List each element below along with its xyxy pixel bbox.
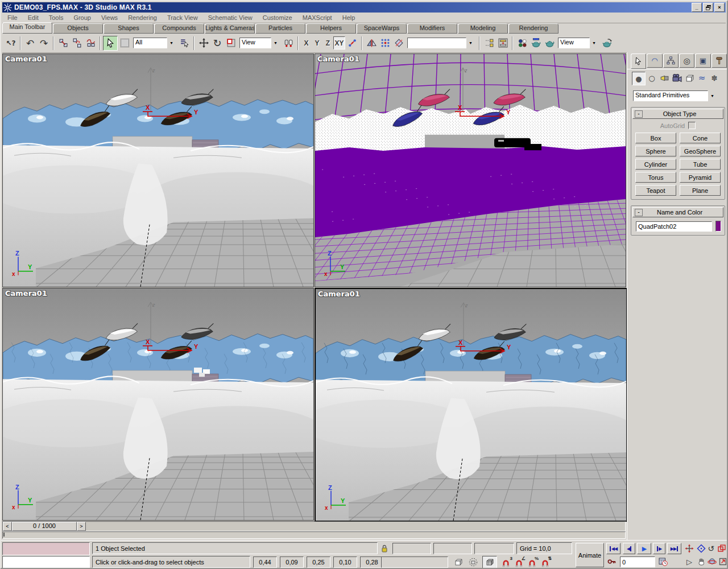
create-geometry-button[interactable]: ● [632, 72, 646, 85]
time-slider-next-button[interactable]: > [77, 522, 86, 531]
render-scene-button[interactable] [529, 36, 543, 50]
current-frame-field[interactable] [620, 556, 655, 567]
object-type-teapot[interactable]: Teapot [635, 185, 676, 196]
go-to-end-button[interactable]: ▶▶ [667, 543, 681, 554]
name-color-rollout-header[interactable]: - Name and Color [632, 207, 723, 217]
array-button[interactable] [378, 36, 392, 50]
ik-toggle-button[interactable] [345, 36, 359, 50]
quick-render-button[interactable] [543, 36, 556, 50]
collapse-icon[interactable]: - [635, 110, 643, 118]
mirror-button[interactable] [365, 36, 378, 50]
track-view-button[interactable] [482, 36, 496, 50]
tab-helpers[interactable]: Helpers [306, 23, 356, 34]
coordinate-field-4[interactable]: 0,28 [360, 556, 384, 568]
menu-item-schematic-view[interactable]: Schematic View [203, 13, 258, 22]
field-of-view-arc-button[interactable]: ↺ [705, 543, 717, 554]
tab-modifiers[interactable]: Modifiers [407, 23, 457, 34]
select-and-link-button[interactable] [56, 36, 70, 50]
menu-item-views[interactable]: Views [96, 13, 123, 22]
select-object-button[interactable] [103, 36, 118, 51]
object-type-sphere[interactable]: Sphere [635, 146, 676, 156]
minimize-button[interactable]: _ [692, 3, 702, 12]
restrict-y-button[interactable]: Y [312, 37, 322, 49]
help-mode-button[interactable]: ↖? [4, 36, 18, 50]
coordinate-field-1[interactable]: 0,09 [280, 556, 304, 568]
collapse-icon[interactable]: - [635, 209, 643, 216]
object-type-box[interactable]: Box [635, 133, 676, 143]
next-frame-button[interactable]: ▶ [653, 543, 665, 554]
create-cameras-button[interactable] [671, 72, 683, 84]
track-bar[interactable] [2, 531, 626, 539]
schematic-view-button[interactable] [496, 36, 510, 50]
viewport-label[interactable]: Camera01 [317, 55, 359, 63]
viewport-label[interactable]: Camera01 [318, 290, 360, 298]
menu-item-tools[interactable]: Tools [44, 13, 69, 22]
degradation-override-button[interactable] [453, 556, 464, 568]
category-dropdown[interactable]: Standard Primitives ▼ [633, 90, 724, 101]
tab-particles[interactable]: Particles [255, 23, 305, 34]
use-pivot-center-button[interactable] [282, 36, 295, 50]
selection-filter-dropdown[interactable]: All ▼ [133, 38, 176, 49]
restore-button[interactable] [703, 3, 713, 12]
tab-shapes[interactable]: Shapes [104, 23, 154, 34]
create-spacewarps-button[interactable]: ≈ [696, 72, 708, 84]
viewport-top-right[interactable]: zXYZYx Camera01 [315, 53, 626, 287]
select-and-move-button[interactable] [197, 36, 210, 50]
unlink-selection-button[interactable] [70, 36, 84, 50]
object-type-rollout-header[interactable]: - Object Type [632, 109, 723, 119]
chevron-down-icon[interactable]: ▼ [590, 38, 598, 48]
tab-main-toolbar[interactable]: Main Toolbar [2, 22, 52, 34]
time-slider-track[interactable]: < 0 / 1000 > [2, 521, 626, 531]
bind-to-spacewarp-button[interactable] [84, 36, 97, 50]
tab-modeling[interactable]: Modeling [458, 23, 508, 34]
menu-item-customize[interactable]: Customize [258, 13, 297, 22]
object-type-torus[interactable]: Torus [635, 172, 676, 183]
tab-modify[interactable]: ◠ [647, 53, 662, 68]
zoom-all-button[interactable] [716, 543, 727, 554]
named-selection-sets-dropdown[interactable]: ▼ [407, 38, 475, 49]
object-type-cone[interactable]: Cone [680, 133, 721, 143]
tab-rendering[interactable]: Rendering [508, 23, 559, 34]
restrict-x-button[interactable]: X [301, 37, 312, 49]
undo-button[interactable]: ↶ [23, 36, 37, 50]
menu-item-help[interactable]: Help [337, 13, 361, 22]
previous-frame-button[interactable]: ◀ [623, 543, 635, 554]
object-type-plane[interactable]: Plane [680, 185, 721, 196]
create-systems-button[interactable]: ✽ [708, 72, 721, 84]
menu-item-group[interactable]: Group [68, 13, 96, 22]
tab-lights-cameras[interactable]: Lights & Cameras [205, 23, 255, 34]
animate-button[interactable]: Animate [576, 543, 604, 567]
restrict-xy-plane-button[interactable]: XY [333, 36, 345, 50]
align-button[interactable] [392, 36, 406, 50]
tab-spacewarps[interactable]: SpaceWarps [357, 23, 407, 34]
create-shapes-button[interactable]: ○ [646, 72, 658, 84]
object-type-pyramid[interactable]: Pyramid [680, 172, 721, 183]
time-slider-handle[interactable]: 0 / 1000 [12, 522, 77, 531]
select-and-rotate-button[interactable]: ↻ [210, 36, 224, 50]
region-select-button[interactable] [118, 36, 131, 50]
create-lights-button[interactable] [658, 72, 671, 84]
viewport-label[interactable]: Camera01 [5, 289, 47, 298]
snap-3d-button[interactable]: 3 [499, 556, 512, 568]
select-by-name-button[interactable] [177, 36, 191, 50]
object-name-field[interactable] [636, 221, 712, 232]
viewport-top-left[interactable]: zXYZYx Camera01 [2, 53, 314, 287]
zoom-button[interactable] [684, 543, 695, 554]
go-to-start-button[interactable]: ◀◀ [606, 543, 621, 554]
menu-item-edit[interactable]: Edit [23, 13, 44, 22]
viewport-bottom-right[interactable]: zXYZYx Camera01 [315, 288, 627, 522]
tab-motion[interactable]: ◎ [679, 53, 694, 68]
mini-listener-macro-row[interactable] [2, 542, 90, 555]
selection-lock-toggle[interactable] [379, 543, 390, 554]
redo-button[interactable]: ↷ [37, 36, 51, 50]
time-configuration-button[interactable] [657, 556, 669, 567]
time-slider-prev-button[interactable]: < [3, 522, 12, 531]
pan-button[interactable] [696, 556, 707, 567]
menu-item-rendering[interactable]: Rendering [123, 13, 162, 22]
viewport-label[interactable]: Camera01 [5, 55, 47, 63]
tab-compounds[interactable]: Compounds [154, 23, 204, 34]
select-and-scale-button[interactable] [224, 36, 238, 50]
tab-display[interactable]: ▣ [695, 53, 710, 68]
spinner-snap-button[interactable]: ⇅ [539, 556, 552, 568]
object-type-geosphere[interactable]: GeoSphere [680, 146, 721, 156]
